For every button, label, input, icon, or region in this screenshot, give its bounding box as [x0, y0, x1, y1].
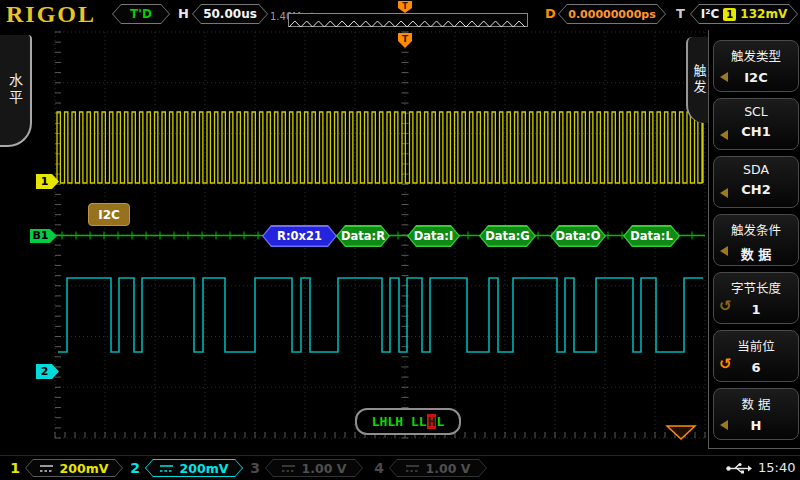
menu-trigger-condition[interactable]: 触发条件 数 据: [713, 214, 799, 266]
trigger-menu-panel: 触发类型 I2C SCL CH1 SDA CH2 触发条件 数 据 字节长度 ↺…: [708, 30, 800, 449]
ch1-scl-waveform: [57, 112, 703, 183]
tab-horizontal[interactable]: 水平: [0, 35, 32, 147]
decode-event-address: R:0x21: [262, 225, 337, 247]
bus-label: I2C: [88, 203, 130, 226]
rotate-knob-icon: ↺: [719, 297, 732, 315]
delay-badge: 0.00000000ps: [558, 4, 666, 24]
decode-event-data: Data:G: [479, 225, 536, 247]
menu-scl-source[interactable]: SCL CH1: [713, 98, 799, 150]
channel-4-badge[interactable]: 4 1.00 V: [372, 459, 487, 477]
menu-data-value[interactable]: 数 据 H: [713, 388, 799, 440]
rotate-knob-icon-active: ↺: [719, 355, 732, 373]
trigger-level-value: 132mV: [740, 7, 787, 21]
triangle-left-icon: [720, 420, 728, 430]
triangle-left-icon: [720, 72, 728, 82]
triangle-left-icon: [720, 130, 728, 140]
channel-1-badge[interactable]: 1 200mV: [8, 459, 123, 477]
dc-coupling-icon: [160, 464, 173, 473]
decode-event-data: Data:L: [623, 225, 680, 247]
decode-event-data: Data:O: [550, 225, 606, 247]
menu-sda-source[interactable]: SDA CH2: [713, 156, 799, 208]
status-bar: RIGOL T'D H 50.00us 1.40M pts T D 0.0000…: [0, 0, 800, 28]
channel-status-bar: 1 200mV 2 200mV 3 1.00 V: [0, 455, 800, 480]
channel-3-badge[interactable]: 3 1.00 V: [248, 459, 363, 477]
svg-text:1: 1: [41, 175, 49, 188]
trigger-bus-type: I²C: [701, 7, 720, 21]
trigger-status-badge: T'D: [112, 4, 170, 24]
svg-text:B1: B1: [32, 229, 48, 242]
triangle-left-icon: [720, 246, 728, 256]
menu-current-bit[interactable]: 当前位 ↺ 6: [713, 330, 799, 382]
usb-icon: [726, 463, 752, 474]
dc-coupling-icon: [40, 464, 53, 473]
triangle-left-icon: [720, 188, 728, 198]
preview-zigzag-icon: [289, 19, 525, 29]
tab-trigger[interactable]: 触发: [686, 37, 710, 123]
rigol-logo: RIGOL: [6, 1, 96, 28]
dc-coupling-icon: [282, 464, 295, 473]
svg-text:2: 2: [41, 365, 49, 378]
channel-2-badge[interactable]: 2 200mV: [128, 459, 243, 477]
oscilloscope-screen: T1B12 RIGOL T'D H 50.00us 1.40M pts T D …: [0, 0, 800, 480]
menu-byte-length[interactable]: 字节长度 ↺ 1: [713, 272, 799, 324]
memory-waveform-preview: [288, 13, 528, 27]
trigger-bit-pattern: LHLH LLHL: [355, 408, 461, 435]
dc-coupling-icon: [406, 464, 419, 473]
trigger-source-channel: 1: [723, 8, 736, 21]
trigger-info-badge: I²C 1 132mV: [690, 4, 798, 24]
decode-event-data: Data:I: [407, 225, 460, 247]
clock: 15:40: [758, 460, 795, 475]
trigger-level-marker: [667, 426, 695, 439]
svg-text:T: T: [402, 2, 408, 11]
horizontal-label: H: [178, 6, 189, 21]
delay-label: D: [545, 6, 556, 21]
svg-text:T: T: [402, 34, 409, 44]
decode-event-data: Data:R: [336, 225, 390, 247]
trigger-position-icon-topbar: T: [398, 1, 412, 13]
current-bit-highlight: H: [427, 414, 437, 429]
menu-trigger-type[interactable]: 触发类型 I2C: [713, 40, 799, 92]
trigger-label: T: [676, 6, 685, 21]
timebase-badge: 50.00us: [192, 4, 268, 24]
